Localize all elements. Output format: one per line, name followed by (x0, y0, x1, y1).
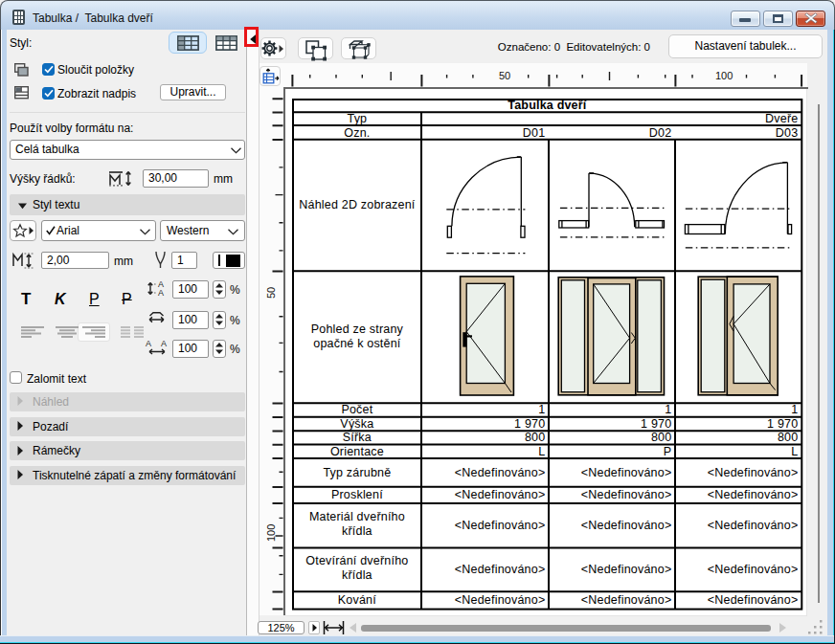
svg-text:50: 50 (265, 287, 277, 299)
svg-text:50: 50 (499, 70, 510, 81)
svg-text:100: 100 (265, 524, 277, 542)
svg-text:A: A (146, 339, 151, 348)
svg-text:A: A (158, 288, 164, 298)
svg-text:100: 100 (715, 70, 733, 81)
svg-text:A: A (161, 339, 167, 348)
